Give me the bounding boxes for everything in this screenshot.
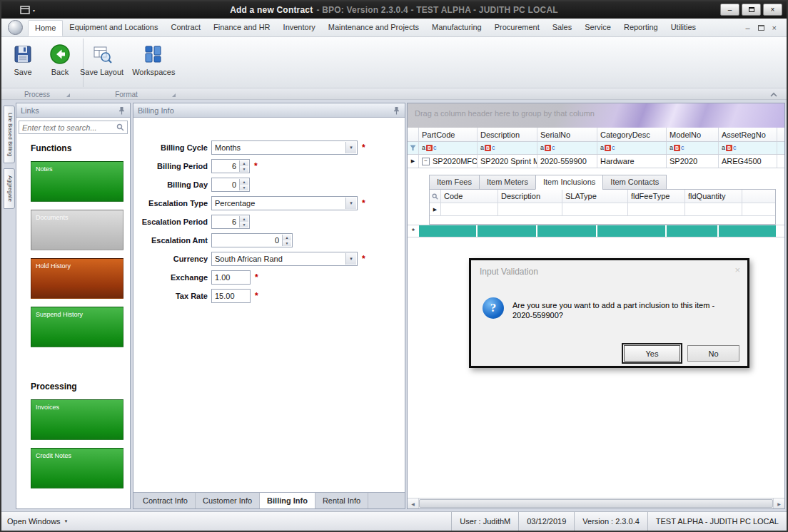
dialog-launcher-icon[interactable] <box>66 93 70 97</box>
notes-button[interactable]: Notes <box>31 161 123 202</box>
grid-new-item-row[interactable]: * <box>408 225 784 237</box>
currency-dropdown[interactable]: South African Rand ▼ <box>211 252 358 266</box>
mdi-minimize-icon[interactable]: – <box>745 24 749 32</box>
cell-partcode[interactable]: −SP2020MFC <box>419 155 478 168</box>
dialog-launcher-icon[interactable] <box>172 93 176 97</box>
spin-down-icon[interactable]: ▼ <box>240 185 248 190</box>
spin-down-icon[interactable]: ▼ <box>283 240 291 246</box>
chevron-down-icon[interactable]: ▼ <box>345 142 356 153</box>
tab-inventory[interactable]: Inventory <box>277 20 322 36</box>
detail-empty-row[interactable]: ▶ <box>430 203 775 216</box>
documents-button[interactable]: Documents <box>31 210 123 250</box>
tab-utilities[interactable]: Utilities <box>665 20 702 36</box>
open-windows-button[interactable]: Open Windows ▼ <box>7 517 69 526</box>
minimize-button[interactable]: – <box>720 4 739 16</box>
tab-sales[interactable]: Sales <box>546 20 579 36</box>
pin-icon[interactable] <box>118 106 126 115</box>
column-header-assetregno[interactable]: AssetRegNo <box>719 128 777 141</box>
tab-manufacturing[interactable]: Manufacturing <box>425 20 488 36</box>
detail-column-slatype[interactable]: SLAType <box>562 190 628 203</box>
new-row-cell[interactable] <box>419 225 478 237</box>
filter-cell-description[interactable]: aBc <box>478 142 537 154</box>
cell-assetregno[interactable]: AREG4500 <box>719 155 777 168</box>
detail-column-fldfeetype[interactable]: fldFeeType <box>628 190 685 203</box>
exchange-field[interactable]: 1.00 <box>211 270 251 285</box>
close-button[interactable]: × <box>763 4 782 16</box>
save-layout-button[interactable]: Save Layout <box>76 41 128 78</box>
dock-tab-life-based-billing[interactable]: Life Based Billing <box>4 106 15 163</box>
tab-equipment-and-locations[interactable]: Equipment and Locations <box>63 20 164 36</box>
column-header-categorydesc[interactable]: CategoryDesc <box>597 128 667 141</box>
search-icon[interactable] <box>116 123 124 131</box>
cell-modelno[interactable]: SP2020 <box>667 155 719 168</box>
tab-finance-and-hr[interactable]: Finance and HR <box>207 20 277 36</box>
escalation-period-stepper[interactable]: 6 ▲▼ <box>211 215 250 229</box>
collapse-row-icon[interactable]: − <box>422 158 430 165</box>
hold-history-button[interactable]: Hold History <box>31 258 123 299</box>
tab-item-fees[interactable]: Item Fees <box>429 175 479 190</box>
escalation-amt-stepper[interactable]: 0 ▲▼ <box>211 233 293 247</box>
tab-maintenance-and-projects[interactable]: Maintenance and Projects <box>322 20 425 36</box>
tab-item-meters[interactable]: Item Meters <box>479 175 535 190</box>
tab-contract[interactable]: Contract <box>165 20 208 36</box>
detail-column-code[interactable]: Code <box>441 190 498 203</box>
tab-service[interactable]: Service <box>578 20 617 36</box>
tab-contract-info[interactable]: Contract Info <box>136 493 196 508</box>
scrollbar-thumb[interactable] <box>419 499 773 508</box>
credit-notes-button[interactable]: Credit Notes <box>31 448 123 488</box>
column-header-description[interactable]: Description <box>478 128 537 141</box>
mdi-close-icon[interactable]: × <box>772 24 777 32</box>
quick-access-toolbar[interactable]: ▾ <box>20 6 35 14</box>
spin-up-icon[interactable]: ▲ <box>240 160 248 166</box>
spin-down-icon[interactable]: ▼ <box>240 222 248 227</box>
back-button[interactable]: Back <box>41 41 79 78</box>
tax-rate-field[interactable]: 15.00 <box>211 289 251 303</box>
application-menu-button[interactable] <box>8 20 23 35</box>
tab-procurement[interactable]: Procurement <box>488 20 546 36</box>
column-header-serialno[interactable]: SerialNo <box>537 128 597 141</box>
dock-tab-aggregate[interactable]: Aggregate <box>4 168 15 209</box>
spin-up-icon[interactable]: ▲ <box>240 179 248 185</box>
tab-customer-info[interactable]: Customer Info <box>196 493 260 508</box>
filter-cell-partcode[interactable]: aBc <box>419 142 478 154</box>
maximize-button[interactable] <box>742 4 761 16</box>
grid-data-row[interactable]: ▶ −SP2020MFC SP2020 Sprint MFC 2020-5599… <box>408 155 784 168</box>
new-row-cell[interactable] <box>719 225 777 237</box>
cell-serialno[interactable]: 2020-559900 <box>537 155 597 168</box>
filter-cell-assetregno[interactable]: aBc <box>719 142 777 154</box>
yes-button[interactable]: Yes <box>624 345 680 362</box>
save-button[interactable]: Save <box>4 41 41 78</box>
invoices-button[interactable]: Invoices <box>31 399 123 440</box>
billing-cycle-dropdown[interactable]: Months ▼ <box>211 140 358 155</box>
spin-up-icon[interactable]: ▲ <box>240 216 248 222</box>
new-row-cell[interactable] <box>667 225 719 237</box>
dialog-close-icon[interactable]: × <box>734 265 740 275</box>
collapse-ribbon-icon[interactable] <box>769 91 778 99</box>
billing-day-stepper[interactable]: 0 ▲▼ <box>211 178 250 192</box>
horizontal-scrollbar[interactable]: ◀ ▶ <box>408 498 784 508</box>
column-header-modelno[interactable]: ModelNo <box>667 128 719 141</box>
group-by-panel[interactable]: Drag a column header here to group by th… <box>408 103 784 128</box>
detail-column-description[interactable]: Description <box>498 190 562 203</box>
chevron-down-icon[interactable]: ▼ <box>345 253 356 265</box>
new-row-cell[interactable] <box>597 225 667 237</box>
qat-dropdown-icon[interactable]: ▾ <box>33 8 35 13</box>
scroll-right-icon[interactable]: ▶ <box>773 498 784 508</box>
filter-cell-categorydesc[interactable]: aBc <box>597 142 667 154</box>
cell-description[interactable]: SP2020 Sprint MFC <box>478 155 537 168</box>
new-row-cell[interactable] <box>537 225 597 237</box>
filter-cell-modelno[interactable]: aBc <box>667 142 719 154</box>
chevron-down-icon[interactable]: ▼ <box>345 198 356 209</box>
tab-reporting[interactable]: Reporting <box>617 20 665 36</box>
tab-item-inclusions[interactable]: Item Inclusions <box>535 175 602 190</box>
workspaces-button[interactable]: Workspaces <box>128 41 179 78</box>
pin-icon[interactable] <box>393 106 400 115</box>
escalation-type-dropdown[interactable]: Percentage ▼ <box>211 196 358 210</box>
search-input[interactable] <box>22 123 114 132</box>
cell-categorydesc[interactable]: Hardware <box>597 155 667 168</box>
tab-billing-info[interactable]: Billing Info <box>260 493 315 508</box>
spin-up-icon[interactable]: ▲ <box>283 235 291 240</box>
no-button[interactable]: No <box>687 345 739 362</box>
scroll-left-icon[interactable]: ◀ <box>408 498 419 508</box>
detail-column-fldquantity[interactable]: fldQuantity <box>685 190 742 203</box>
